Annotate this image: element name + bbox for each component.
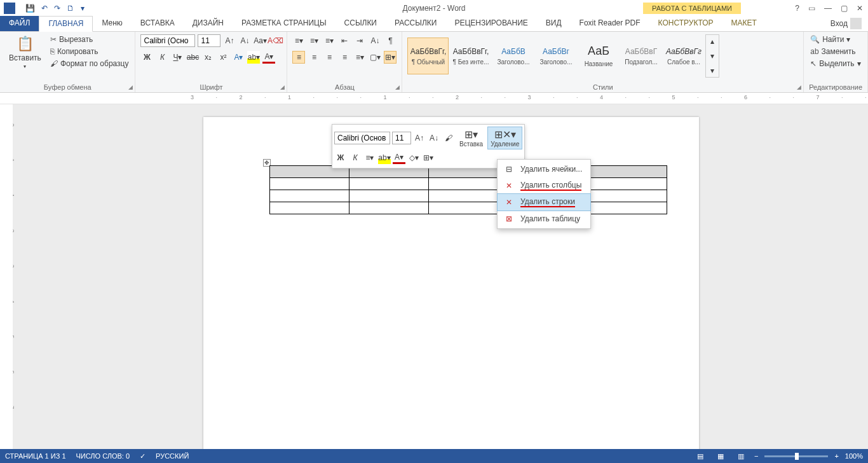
styles-gallery[interactable]: АаБбВвГг,¶ Обычный АаБбВвГг,¶ Без инте..… (407, 34, 719, 78)
styles-launcher-icon[interactable]: ◢ (797, 84, 801, 90)
align-center-icon[interactable]: ≡ (308, 51, 320, 64)
paragraph-launcher-icon[interactable]: ◢ (395, 84, 400, 90)
clear-format-icon[interactable]: A⌫ (269, 34, 281, 47)
text-effects-icon[interactable]: A▾ (232, 51, 245, 64)
tab-maket[interactable]: МАКЕТ (722, 16, 766, 31)
tab-insert[interactable]: ВСТАВКА (132, 16, 184, 31)
zoom-in-icon[interactable]: + (834, 452, 838, 460)
menu-delete-table[interactable]: ⊠Удалить таблицу (498, 211, 590, 227)
styles-more-down-icon[interactable]: ▾ (706, 50, 719, 62)
align-right-icon[interactable]: ≡ (323, 51, 336, 64)
show-marks-icon[interactable]: ¶ (384, 34, 397, 47)
sort-icon[interactable]: A↓ (369, 34, 381, 47)
line-spacing-icon[interactable]: ≡▾ (353, 51, 366, 64)
shading-icon[interactable]: ▢▾ (369, 51, 381, 64)
status-language[interactable]: РУССКИЙ (156, 452, 189, 460)
save-icon[interactable]: 💾 (25, 4, 35, 13)
mini-insert-button[interactable]: ⊞▾Вставка (457, 127, 485, 149)
replace-button[interactable]: abЗаменить (809, 46, 857, 57)
login-link[interactable]: Вход (824, 16, 868, 31)
underline-button[interactable]: Ч▾ (171, 51, 184, 64)
align-left-icon[interactable]: ≡ (292, 51, 305, 64)
format-painter-button[interactable]: 🖌Формат по образцу (49, 59, 130, 69)
tab-view[interactable]: ВИД (537, 16, 571, 31)
borders-icon[interactable]: ⊞▾ (384, 51, 397, 64)
status-words[interactable]: ЧИСЛО СЛОВ: 0 (76, 452, 130, 460)
mini-italic-icon[interactable]: К (349, 151, 362, 164)
ribbon-options-icon[interactable]: ▭ (808, 4, 815, 13)
mini-font-combo[interactable] (334, 132, 390, 144)
font-name-combo[interactable] (140, 34, 195, 47)
mini-align-icon[interactable]: ≡▾ (363, 151, 376, 164)
font-launcher-icon[interactable]: ◢ (280, 84, 285, 90)
zoom-level[interactable]: 100% (845, 452, 863, 460)
italic-button[interactable]: К (156, 51, 168, 64)
maximize-icon[interactable]: ▢ (841, 4, 848, 13)
help-icon[interactable]: ? (795, 4, 799, 13)
zoom-out-icon[interactable]: − (754, 452, 758, 460)
font-color-icon[interactable]: A▾ (262, 51, 275, 64)
bold-button[interactable]: Ж (140, 51, 153, 64)
style-emphasis[interactable]: АаБбВвГгСлабое в... (663, 38, 704, 74)
status-proof-icon[interactable]: ✓ (140, 452, 146, 460)
styles-more-up-icon[interactable]: ▴ (706, 35, 719, 48)
minimize-icon[interactable]: — (824, 4, 832, 13)
style-subtitle[interactable]: АаБбВвГПодзагол... (620, 38, 661, 74)
view-print-icon[interactable]: ▦ (714, 450, 728, 462)
mini-highlight-icon[interactable]: ab▾ (378, 151, 391, 164)
style-title[interactable]: АаБНазвание (578, 38, 619, 74)
tab-review[interactable]: РЕЦЕНЗИРОВАНИЕ (445, 16, 536, 31)
undo-icon[interactable]: ↶ (41, 4, 48, 13)
tab-constructor[interactable]: КОНСТРУКТОР (649, 16, 722, 31)
outdent-icon[interactable]: ⇤ (338, 34, 351, 47)
subscript-button[interactable]: x₂ (201, 51, 214, 64)
numbering-icon[interactable]: ≡▾ (308, 34, 320, 47)
style-heading2[interactable]: АаБбВгЗаголово... (535, 38, 576, 74)
horizontal-ruler[interactable]: 3 · 2 · 1 · · · 1 · · 2 · · 3 · · 4 · · … (0, 93, 868, 104)
select-button[interactable]: ↖Выделить ▾ (809, 59, 862, 69)
strike-button[interactable]: abc (186, 51, 199, 64)
bullets-icon[interactable]: ≡▾ (292, 34, 305, 47)
paste-button[interactable]: 📋 Вставить ▾ (5, 34, 45, 71)
new-doc-icon[interactable]: 🗋 (67, 4, 74, 13)
tab-references[interactable]: ССЫЛКИ (336, 16, 386, 31)
superscript-button[interactable]: x² (217, 51, 229, 64)
menu-delete-cells[interactable]: ⊟Удалить ячейки... (498, 161, 590, 177)
menu-delete-rows[interactable]: ✕Удалить строки (497, 193, 591, 211)
zoom-slider[interactable] (764, 455, 828, 457)
style-no-spacing[interactable]: АаБбВвГг,¶ Без инте... (450, 38, 491, 74)
tab-home[interactable]: ГЛАВНАЯ (39, 16, 93, 32)
mini-grow-font-icon[interactable]: A↑ (413, 132, 426, 144)
mini-borders-icon[interactable]: ⊞▾ (422, 151, 435, 164)
grow-font-icon[interactable]: A↑ (223, 34, 236, 47)
redo-icon[interactable]: ↷ (54, 4, 60, 13)
view-read-icon[interactable]: ▤ (693, 450, 707, 462)
tab-design[interactable]: ДИЗАЙН (184, 16, 233, 31)
mini-delete-button[interactable]: ⊞✕▾Удаление (487, 127, 522, 149)
style-heading1[interactable]: АаБбВЗаголово... (492, 38, 534, 74)
indent-icon[interactable]: ⇥ (353, 34, 366, 47)
clipboard-launcher-icon[interactable]: ◢ (128, 84, 133, 90)
mini-size-combo[interactable] (392, 132, 411, 144)
mini-shrink-font-icon[interactable]: A↓ (428, 132, 440, 144)
highlight-icon[interactable]: ab▾ (247, 51, 260, 64)
tab-page-layout[interactable]: РАЗМЕТКА СТРАНИЦЫ (233, 16, 336, 31)
change-case-icon[interactable]: Aa▾ (254, 34, 266, 47)
view-web-icon[interactable]: ▥ (734, 450, 748, 462)
menu-delete-columns[interactable]: ✕Удалить столбцы (498, 177, 590, 194)
close-icon[interactable]: ✕ (857, 4, 863, 13)
tab-file[interactable]: ФАЙЛ (0, 16, 39, 31)
tab-mailings[interactable]: РАССЫЛКИ (386, 16, 445, 31)
status-page[interactable]: СТРАНИЦА 1 ИЗ 1 (5, 452, 66, 460)
multilevel-icon[interactable]: ≡▾ (323, 34, 336, 47)
mini-shading-icon[interactable]: ◇▾ (407, 151, 420, 164)
copy-button[interactable]: ⎘Копировать (49, 46, 130, 57)
justify-icon[interactable]: ≡ (338, 51, 351, 64)
tab-menu[interactable]: Меню (93, 16, 131, 31)
font-size-combo[interactable] (198, 34, 220, 47)
cut-button[interactable]: ✂Вырезать (49, 34, 130, 45)
tab-foxit[interactable]: Foxit Reader PDF (571, 16, 649, 31)
style-normal[interactable]: АаБбВвГг,¶ Обычный (407, 38, 449, 74)
mini-bold-icon[interactable]: Ж (334, 151, 347, 164)
document-table[interactable] (269, 165, 667, 214)
